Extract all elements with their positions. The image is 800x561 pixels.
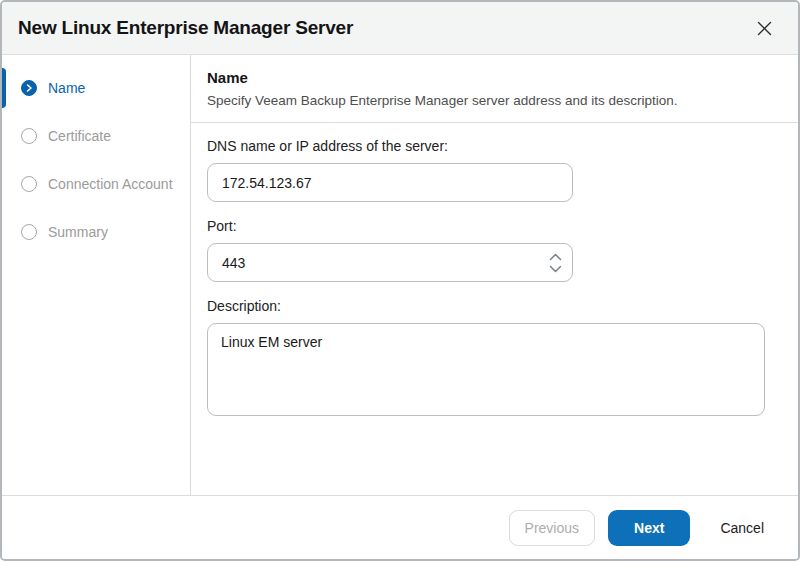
dialog-header: New Linux Enterprise Manager Server xyxy=(2,2,798,55)
sidebar-step-connection-account[interactable]: Connection Account xyxy=(2,160,190,208)
description-textarea[interactable]: Linux EM server xyxy=(207,323,765,416)
chevron-up-icon[interactable] xyxy=(549,253,562,261)
page-subtitle: Specify Veeam Backup Enterprise Manager … xyxy=(207,93,782,108)
dns-label: DNS name or IP address of the server: xyxy=(207,138,782,154)
dns-field-group: DNS name or IP address of the server: xyxy=(207,138,782,202)
content-header: Name Specify Veeam Backup Enterprise Man… xyxy=(191,55,798,123)
dns-input[interactable] xyxy=(207,163,573,202)
page-title: Name xyxy=(207,69,782,86)
dialog-title: New Linux Enterprise Manager Server xyxy=(18,17,353,39)
name-step-form: DNS name or IP address of the server: Po… xyxy=(191,123,798,447)
active-step-indicator xyxy=(2,68,6,108)
cancel-button[interactable]: Cancel xyxy=(718,510,766,546)
step-circle-icon xyxy=(21,176,37,192)
port-field-group: Port: xyxy=(207,218,782,282)
step-label: Summary xyxy=(48,224,108,240)
step-label: Connection Account xyxy=(48,176,173,192)
sidebar-step-summary[interactable]: Summary xyxy=(2,208,190,256)
dialog-footer: Previous Next Cancel xyxy=(2,495,798,559)
port-spinner xyxy=(549,243,562,282)
new-linux-em-server-dialog: New Linux Enterprise Manager Server Name… xyxy=(0,0,800,561)
sidebar-step-name[interactable]: Name xyxy=(2,64,190,112)
port-input[interactable] xyxy=(207,243,573,282)
description-label: Description: xyxy=(207,298,782,314)
chevron-right-icon xyxy=(21,80,37,96)
step-circle-icon xyxy=(21,224,37,240)
wizard-steps-sidebar: Name Certificate Connection Account Summ… xyxy=(2,55,191,495)
next-button[interactable]: Next xyxy=(608,510,690,546)
x-cross-glyph xyxy=(757,21,772,36)
sidebar-step-certificate[interactable]: Certificate xyxy=(2,112,190,160)
port-label: Port: xyxy=(207,218,782,234)
step-label: Certificate xyxy=(48,128,111,144)
port-spinner-control xyxy=(207,243,573,282)
dialog-body: Name Certificate Connection Account Summ… xyxy=(2,55,798,495)
description-field-group: Description: Linux EM server xyxy=(207,298,782,416)
close-icon[interactable] xyxy=(751,15,778,42)
step-circle-icon xyxy=(21,128,37,144)
step-label: Name xyxy=(48,80,85,96)
step-content-panel: Name Specify Veeam Backup Enterprise Man… xyxy=(191,55,798,495)
previous-button[interactable]: Previous xyxy=(509,510,595,546)
chevron-down-icon[interactable] xyxy=(549,265,562,273)
